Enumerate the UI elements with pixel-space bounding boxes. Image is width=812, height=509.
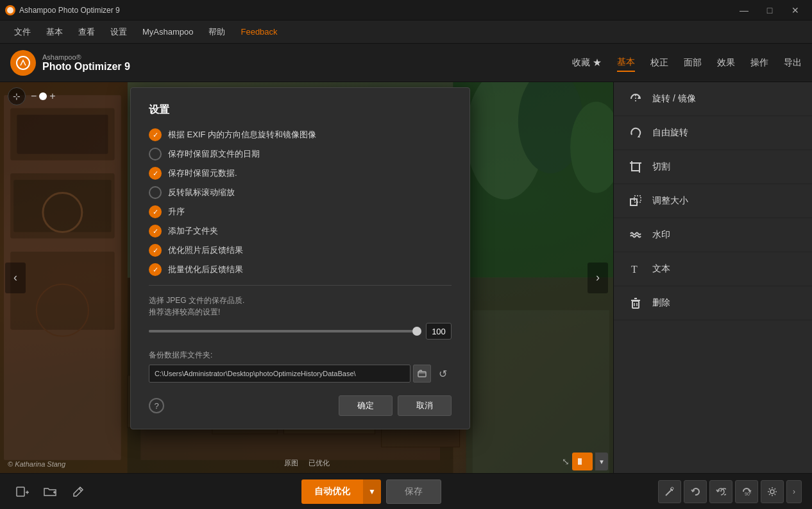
more-tools-button[interactable]: › xyxy=(786,480,802,503)
menu-settings[interactable]: 设置 xyxy=(104,24,133,40)
save-button[interactable]: 保存 xyxy=(386,479,441,504)
checkbox-subfolders[interactable]: ✓ xyxy=(149,225,162,237)
svg-point-0 xyxy=(7,7,13,13)
minimize-button[interactable]: — xyxy=(732,1,756,19)
dialog-footer: ? 确定 取消 xyxy=(149,395,452,416)
nav-export[interactable]: 导出 xyxy=(784,55,802,71)
svg-text:90°: 90° xyxy=(745,492,752,496)
quality-slider-track[interactable] xyxy=(149,330,421,332)
bottom-center: 自动优化 ▼ 保存 xyxy=(95,479,648,504)
quality-slider-thumb[interactable] xyxy=(412,327,421,336)
bottom-toolbar: 自动优化 ▼ 保存 xyxy=(0,473,812,509)
label-feedback-batch: 批量优化后反馈结果 xyxy=(168,264,243,275)
checkbox-exif-rotate[interactable]: ✓ xyxy=(149,128,162,141)
help-button[interactable]: ? xyxy=(149,398,164,413)
jpeg-hint-text: 选择 JPEG 文件的保存品质. 推荐选择较高的设置! xyxy=(149,295,452,318)
folder-reset-button[interactable]: ↺ xyxy=(434,365,452,383)
logo-icon xyxy=(10,50,36,76)
svg-point-50 xyxy=(770,490,774,494)
menu-basic[interactable]: 基本 xyxy=(40,24,69,40)
dialog-title: 设置 xyxy=(149,103,452,117)
maximize-button[interactable]: □ xyxy=(758,1,781,19)
menu-file[interactable]: 文件 xyxy=(8,24,37,40)
dialog-divider xyxy=(149,285,452,286)
brand-name: Ashampoo® xyxy=(42,53,130,61)
folder-section: 备份数据库文件夹: ↺ xyxy=(149,350,452,383)
svg-rect-41 xyxy=(418,372,426,377)
folder-path-input[interactable] xyxy=(149,365,410,383)
option-subfolders: ✓ 添加子文件夹 xyxy=(149,225,452,237)
dialog-overlay: 设置 ✓ 根据 EXIF 内的方向信息旋转和镜像图像 保存时保留原文件的日期 ✓… xyxy=(0,82,812,473)
undo-button[interactable] xyxy=(684,480,707,503)
rotate-tool-button[interactable]: 90° xyxy=(735,480,758,503)
auto-optimize-dropdown[interactable]: ▼ xyxy=(363,479,381,504)
logo-area: Ashampoo® Photo Optimizer 9 xyxy=(10,50,130,76)
nav-operations[interactable]: 操作 xyxy=(750,55,768,71)
menu-myashampoo[interactable]: MyAshampoo xyxy=(136,24,199,39)
checkbox-feedback-single[interactable]: ✓ xyxy=(149,244,162,257)
quality-slider-fill xyxy=(149,330,421,332)
auto-optimize-button[interactable]: 自动优化 xyxy=(301,479,363,504)
confirm-button[interactable]: 确定 xyxy=(339,395,393,416)
header: Ashampoo® Photo Optimizer 9 收藏 ★ 基本 校正 面… xyxy=(0,44,812,82)
add-folder-button[interactable] xyxy=(38,480,62,503)
menu-bar: 文件 基本 查看 设置 MyAshampoo 帮助 Feedback xyxy=(0,21,812,44)
checkbox-preserve-meta[interactable]: ✓ xyxy=(149,167,162,180)
title-bar-left: Ashampoo Photo Optimizer 9 xyxy=(5,5,120,15)
edit-button[interactable] xyxy=(67,480,90,503)
checkbox-reverse-scroll[interactable] xyxy=(149,186,162,199)
checkbox-preserve-date[interactable] xyxy=(149,148,162,160)
nav-basic[interactable]: 基本 xyxy=(617,54,635,72)
dialog-buttons: 确定 取消 xyxy=(339,395,452,416)
checkbox-ascending[interactable]: ✓ xyxy=(149,205,162,218)
menu-feedback[interactable]: Feedback xyxy=(234,24,283,39)
settings-dialog: 设置 ✓ 根据 EXIF 内的方向信息旋转和镜像图像 保存时保留原文件的日期 ✓… xyxy=(130,87,470,429)
app-name: Photo Optimizer 9 xyxy=(42,61,130,73)
option-exif-rotate: ✓ 根据 EXIF 内的方向信息旋转和镜像图像 xyxy=(149,128,452,141)
checkbox-feedback-batch[interactable]: ✓ xyxy=(149,263,162,276)
logo-text: Ashampoo® Photo Optimizer 9 xyxy=(42,53,130,73)
folder-input-row: ↺ xyxy=(149,365,452,383)
add-file-button[interactable] xyxy=(10,480,33,503)
option-preserve-meta: ✓ 保存时保留元数据. xyxy=(149,167,452,180)
folder-label: 备份数据库文件夹: xyxy=(149,350,452,361)
cancel-button[interactable]: 取消 xyxy=(398,395,452,416)
label-ascending: 升序 xyxy=(168,206,185,218)
menu-help[interactable]: 帮助 xyxy=(202,24,232,40)
nav-effects[interactable]: 效果 xyxy=(717,55,735,71)
option-preserve-date: 保存时保留原文件的日期 xyxy=(149,148,452,160)
label-feedback-single: 优化照片后反馈结果 xyxy=(168,245,243,256)
option-feedback-batch: ✓ 批量优化后反馈结果 xyxy=(149,263,452,276)
nav-correction[interactable]: 校正 xyxy=(650,55,668,71)
header-nav: 收藏 ★ 基本 校正 面部 效果 操作 导出 xyxy=(572,54,802,72)
title-bar-controls: — □ ✕ xyxy=(732,1,807,19)
app-icon xyxy=(5,5,15,15)
bottom-right-tools: 90° › xyxy=(658,480,802,503)
option-reverse-scroll: 反转鼠标滚动缩放 xyxy=(149,186,452,199)
nav-favorites[interactable]: 收藏 ★ xyxy=(572,55,602,71)
folder-browse-button[interactable] xyxy=(413,365,431,383)
main-area: ⊹ − + ‹ › © Katharina Stang 原图 已优化 ⤡ xyxy=(0,82,812,473)
svg-point-1 xyxy=(17,56,30,69)
undo-all-button[interactable] xyxy=(709,480,732,503)
menu-view[interactable]: 查看 xyxy=(72,24,101,40)
label-preserve-date: 保存时保留原文件的日期 xyxy=(168,148,260,160)
option-ascending: ✓ 升序 xyxy=(149,205,452,218)
magic-tool-button[interactable] xyxy=(658,480,681,503)
option-feedback-single: ✓ 优化照片后反馈结果 xyxy=(149,244,452,257)
label-reverse-scroll: 反转鼠标滚动缩放 xyxy=(168,187,235,198)
title-bar: Ashampoo Photo Optimizer 9 — □ ✕ xyxy=(0,0,812,21)
label-preserve-meta: 保存时保留元数据. xyxy=(168,168,237,179)
svg-rect-42 xyxy=(17,487,24,496)
label-subfolders: 添加子文件夹 xyxy=(168,225,218,237)
label-exif-rotate: 根据 EXIF 内的方向信息旋转和镜像图像 xyxy=(168,129,316,141)
title-bar-text: Ashampoo Photo Optimizer 9 xyxy=(19,6,120,15)
close-button[interactable]: ✕ xyxy=(784,1,807,19)
settings-tool-button[interactable] xyxy=(761,480,784,503)
quality-slider-value: 100 xyxy=(426,323,452,340)
slider-container: 100 xyxy=(149,323,452,340)
svg-line-47 xyxy=(79,488,81,491)
nav-face[interactable]: 面部 xyxy=(684,55,702,71)
